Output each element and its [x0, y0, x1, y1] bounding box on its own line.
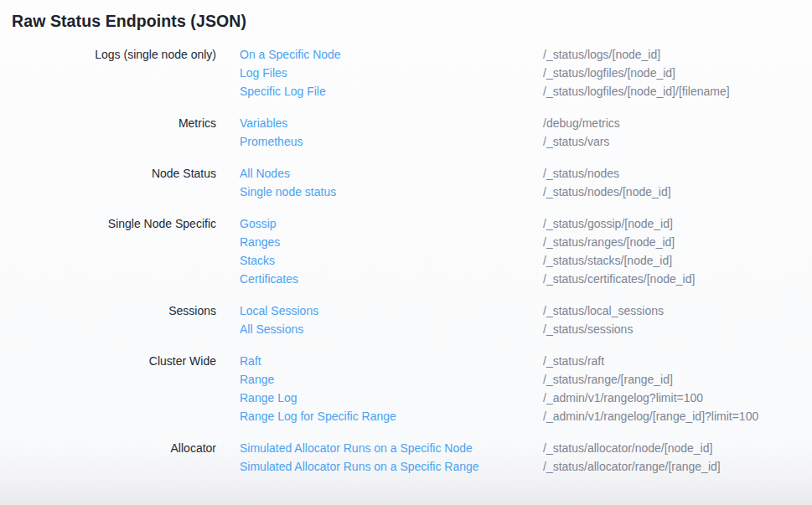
category-label: Sessions — [0, 301, 240, 320]
endpoint-link[interactable]: Range Log — [240, 389, 543, 407]
category-label: Node Status — [0, 164, 240, 183]
endpoint-link[interactable]: Ranges — [240, 233, 543, 251]
endpoint-groups: Logs (single node only) On a Specific No… — [0, 45, 812, 476]
category-label: Single Node Specific — [0, 214, 240, 233]
endpoint-link[interactable]: Single node status — [240, 183, 543, 201]
category-label: Cluster Wide — [0, 352, 240, 370]
endpoint-path: /_status/gossip/[node_id] — [543, 214, 812, 233]
endpoint-path: /_status/allocator/range/[range_id] — [543, 457, 812, 476]
links-column: On a Specific Node Log Files Specific Lo… — [240, 45, 543, 100]
page-title: Raw Status Endpoints (JSON) — [0, 0, 812, 31]
endpoint-link[interactable]: Simulated Allocator Runs on a Specific N… — [240, 439, 543, 457]
endpoint-path: /_status/logs/[node_id] — [543, 45, 812, 64]
endpoint-path: /_status/certificates/[node_id] — [543, 270, 812, 288]
endpoint-path: /_status/logfiles/[node_id] — [543, 64, 812, 82]
endpoint-path: /_status/allocator/node/[node_id] — [543, 439, 812, 457]
endpoint-link[interactable]: Simulated Allocator Runs on a Specific R… — [240, 457, 543, 476]
paths-column: /_status/gossip/[node_id] /_status/range… — [543, 214, 812, 288]
links-column: Simulated Allocator Runs on a Specific N… — [240, 439, 543, 476]
endpoint-path: /_status/range/[range_id] — [543, 370, 812, 389]
endpoint-group: Single Node Specific Gossip Ranges Stack… — [0, 214, 812, 288]
endpoint-group: Metrics Variables Prometheus /debug/metr… — [0, 114, 812, 151]
links-column: Local Sessions All Sessions — [240, 301, 543, 338]
endpoint-group: Logs (single node only) On a Specific No… — [0, 45, 812, 100]
endpoint-group: Cluster Wide Raft Range Range Log Range … — [0, 352, 812, 425]
endpoint-path: /_status/sessions — [543, 320, 812, 338]
endpoint-path: /_status/local_sessions — [543, 301, 812, 320]
endpoint-group: Allocator Simulated Allocator Runs on a … — [0, 439, 812, 476]
endpoint-group: Node Status All Nodes Single node status… — [0, 164, 812, 201]
endpoint-path: /_status/stacks/[node_id] — [543, 251, 812, 270]
paths-column: /_status/nodes /_status/nodes/[node_id] — [543, 164, 812, 201]
endpoint-link[interactable]: Range Log for Specific Range — [240, 407, 543, 425]
endpoint-group: Sessions Local Sessions All Sessions /_s… — [0, 301, 812, 338]
endpoint-link[interactable]: Certificates — [240, 270, 543, 288]
endpoint-path: /_status/vars — [543, 132, 812, 151]
endpoint-path: /debug/metrics — [543, 114, 812, 132]
endpoint-link[interactable]: Log Files — [240, 64, 543, 82]
endpoint-path: /_admin/v1/rangelog/[range_id]?limit=100 — [543, 407, 812, 425]
endpoint-path: /_status/logfiles/[node_id]/[filename] — [543, 82, 812, 100]
endpoint-link[interactable]: Range — [240, 370, 543, 389]
paths-column: /_status/raft /_status/range/[range_id] … — [543, 352, 812, 425]
links-column: Variables Prometheus — [240, 114, 543, 151]
endpoint-path: /_status/ranges/[node_id] — [543, 233, 812, 251]
endpoint-path: /_status/nodes/[node_id] — [543, 183, 812, 201]
links-column: All Nodes Single node status — [240, 164, 543, 201]
category-label: Logs (single node only) — [0, 45, 240, 64]
category-label: Allocator — [0, 439, 240, 457]
endpoint-link[interactable]: Variables — [240, 114, 543, 132]
endpoint-link[interactable]: Local Sessions — [240, 301, 543, 320]
paths-column: /_status/logs/[node_id] /_status/logfile… — [543, 45, 812, 100]
paths-column: /_status/local_sessions /_status/session… — [543, 301, 812, 338]
paths-column: /_status/allocator/node/[node_id] /_stat… — [543, 439, 812, 476]
bottom-fade-divider — [0, 488, 812, 505]
endpoint-link[interactable]: All Sessions — [240, 320, 543, 338]
endpoint-link[interactable]: Prometheus — [240, 132, 543, 151]
debug-page: Raw Status Endpoints (JSON) Logs (single… — [0, 0, 812, 505]
category-label: Metrics — [0, 114, 240, 132]
endpoint-link[interactable]: Gossip — [240, 214, 543, 233]
paths-column: /debug/metrics /_status/vars — [543, 114, 812, 151]
endpoint-link[interactable]: All Nodes — [240, 164, 543, 183]
endpoint-link[interactable]: On a Specific Node — [240, 45, 543, 64]
endpoint-path: /_status/raft — [543, 352, 812, 370]
endpoint-link[interactable]: Specific Log File — [240, 82, 543, 100]
endpoint-path: /_status/nodes — [543, 164, 812, 183]
endpoint-link[interactable]: Raft — [240, 352, 543, 370]
endpoint-link[interactable]: Stacks — [240, 251, 543, 270]
links-column: Raft Range Range Log Range Log for Speci… — [240, 352, 543, 425]
links-column: Gossip Ranges Stacks Certificates — [240, 214, 543, 288]
endpoint-path: /_admin/v1/rangelog?limit=100 — [543, 389, 812, 407]
